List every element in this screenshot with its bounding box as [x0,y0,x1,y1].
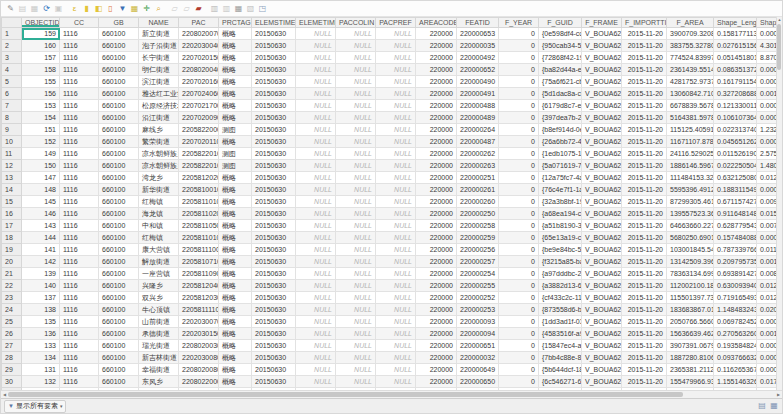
cell-areacode[interactable]: 220000 [416,316,457,328]
cell-prctag[interactable]: 概略 [219,28,252,40]
cell-featid[interactable]: 220000258 [457,220,499,232]
cell-pac[interactable]: 220582200000 [179,124,219,136]
cell-f_guid[interactable]: {397dea7b-24... [539,112,582,124]
cell-cc[interactable]: 1116 [60,316,99,328]
cell-cc[interactable]: 1116 [60,364,99,376]
cell-elemstime[interactable]: 20150630 [252,112,296,124]
cell-pac[interactable]: 220702009000 [179,112,219,124]
cell-pac[interactable]: 220581202000 [179,172,219,184]
cell-featid[interactable]: 220000259 [457,232,499,244]
row-number[interactable]: 14 [2,184,22,196]
scroll-left-icon[interactable]: ◀ [1,391,8,398]
cell-pacpref[interactable]: NULL [376,220,416,232]
cell-f_importtime[interactable]: 2015-11-20 [622,148,667,160]
cell-f_area[interactable]: 13060842.710... [667,88,714,100]
cell-name[interactable]: 湾龙乡 [139,172,179,184]
cell-featid[interactable]: 220000251 [457,172,499,184]
cell-gb[interactable]: 660100 [99,88,139,100]
cell-objectid[interactable]: 147 [22,172,60,184]
cell-elemstime[interactable]: 20150630 [252,268,296,280]
cell-prctag[interactable]: 概略 [219,184,252,196]
cell-f_frame[interactable]: V_BOUA6220... [582,136,622,148]
cell-elemetime[interactable]: NULL [296,208,336,220]
cell-f_year[interactable]: 0 [499,184,539,196]
cell-elemetime[interactable]: NULL [296,112,336,124]
cell-gb[interactable]: 660100 [99,148,139,160]
cell-elemetime[interactable]: NULL [296,316,336,328]
cell-f_guid[interactable]: {873558d6-bb... [539,304,582,316]
cell-f_guid[interactable]: {75a6f621-cb... [539,76,582,88]
cell-objectid[interactable]: 149 [22,148,60,160]
cell-objectid[interactable]: 153 [22,100,60,112]
cell-f_year[interactable]: 0 [499,220,539,232]
cell-pac[interactable]: 220203007000 [179,316,219,328]
cell-areacode[interactable]: 220000 [416,220,457,232]
cell-pac[interactable]: 220581101000 [179,232,219,244]
cell-paccolin[interactable]: NULL [336,52,376,64]
vertical-scroll-thumb[interactable] [777,24,781,70]
cell-name[interactable]: 新华街道 [139,184,179,196]
cell-gb[interactable]: 660100 [99,208,139,220]
cell-f_guid[interactable]: {5d1dac8a-cc... [539,88,582,100]
cell-gb[interactable]: 660100 [99,172,139,184]
cell-cc[interactable]: 1116 [60,280,99,292]
cell-elemstime[interactable]: 20150630 [252,196,296,208]
cell-pac[interactable]: 220802008000 [179,364,219,376]
cell-pacpref[interactable]: NULL [376,64,416,76]
cell-elemstime[interactable]: 20150630 [252,328,296,340]
cell-featid[interactable]: 220000250 [457,208,499,220]
cell-paccolin[interactable]: NULL [336,304,376,316]
row-number[interactable]: 7 [2,100,22,112]
cell-elemetime[interactable]: NULL [296,136,336,148]
cell-f_frame[interactable]: V_BOUA6220... [582,316,622,328]
cell-cc[interactable]: 1116 [60,376,99,388]
cell-elemetime[interactable]: NULL [296,328,336,340]
cell-elemstime[interactable]: 20150630 [252,172,296,184]
cell-areacode[interactable]: 220000 [416,208,457,220]
cell-f_year[interactable]: 0 [499,280,539,292]
column-header-areacode[interactable]: AREACODE [416,18,457,28]
cell-cc[interactable]: 1116 [60,148,99,160]
cell-name[interactable]: 承德街道 [139,328,179,340]
cell-cc[interactable]: 1116 [60,52,99,64]
cell-f_guid[interactable]: {0e598df4-cc5... [539,28,582,40]
cell-areacode[interactable]: 220000 [416,280,457,292]
cell-gb[interactable]: 660100 [99,316,139,328]
cell-f_frame[interactable]: V_BOUA6220... [582,52,622,64]
cell-gb[interactable]: 660100 [99,124,139,136]
cell-f_year[interactable]: 0 [499,112,539,124]
cell-areacode[interactable]: 220000 [416,124,457,136]
show-all-features-button[interactable]: ▼ 显示所有要素 ▾ [4,400,66,413]
column-header-elemetime[interactable]: ELEMETIME [296,18,336,28]
cell-elemstime[interactable]: 20150630 [252,292,296,304]
cell-prctag[interactable]: 概略 [219,196,252,208]
cell-f_importtime[interactable]: 2015-11-20 [622,40,667,52]
cell-f_guid[interactable]: {72868f42-19... [539,52,582,64]
cell-prctag[interactable]: 测图 [219,148,252,160]
cell-paccolin[interactable]: NULL [336,232,376,244]
cell-shape_length[interactable]: 0.3272086886... [714,88,757,100]
row-number[interactable]: 26 [2,328,22,340]
cell-name[interactable]: 解放街道 [139,256,179,268]
cell-f_area[interactable]: 112002100.18... [667,280,714,292]
cell-areacode[interactable]: 220000 [416,64,457,76]
cell-pac[interactable]: 220581102000 [179,208,219,220]
cell-areacode[interactable]: 220000 [416,52,457,64]
cell-gb[interactable]: 660100 [99,112,139,124]
cell-featid[interactable]: 220000262 [457,148,499,160]
cell-pac[interactable]: 220582201000 [179,160,219,172]
cell-featid[interactable]: 220000252 [457,292,499,304]
cell-elemetime[interactable]: NULL [296,88,336,100]
cell-prctag[interactable]: 概略 [219,112,252,124]
cell-pacpref[interactable]: NULL [376,316,416,328]
cell-f_guid[interactable]: {26a6bb72-49... [539,136,582,148]
cell-gb[interactable]: 660100 [99,232,139,244]
cell-pacpref[interactable]: NULL [376,136,416,148]
cell-areacode[interactable]: 220000 [416,88,457,100]
cell-elemstime[interactable]: 20150630 [252,148,296,160]
cell-prctag[interactable]: 概略 [219,172,252,184]
cell-f_guid[interactable]: {7bb4c88e-89... [539,352,582,364]
row-number[interactable]: 24 [2,304,22,316]
toggle-editing-icon[interactable]: ✎ [5,3,16,14]
cell-pacpref[interactable]: NULL [376,52,416,64]
